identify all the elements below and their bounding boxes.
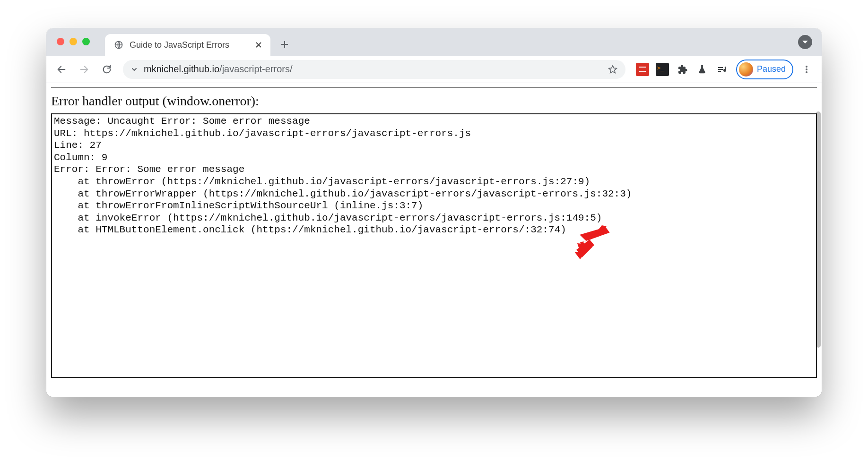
svg-point-2 [806,66,807,68]
url-text: mknichel.github.io/javascript-errors/ [144,64,293,75]
reload-button[interactable] [97,60,116,79]
svg-point-4 [806,71,807,73]
extension-icons [632,63,732,76]
tab-title: Guide to JavaScript Errors [130,40,229,50]
profile-paused-chip[interactable]: Paused [736,60,793,79]
site-info-button[interactable] [130,66,138,73]
page-viewport: Error handler output (window.onerror): M… [46,83,822,397]
svg-point-3 [806,68,807,70]
labs-flask-icon[interactable] [695,63,709,76]
media-control-icon[interactable] [715,63,729,76]
extensions-puzzle-icon[interactable] [676,63,689,76]
titlebar: Guide to JavaScript Errors [46,28,822,56]
horizontal-rule [51,87,817,88]
window-controls [57,38,90,45]
globe-icon [113,40,124,50]
url-path: /javascript-errors/ [219,64,292,74]
bookmark-star-button[interactable] [608,64,618,75]
forward-button[interactable] [75,60,94,79]
close-window-button[interactable] [57,38,64,45]
browser-window: Guide to JavaScript Errors mknichel.gith… [46,28,822,397]
vertical-scrollbar[interactable] [816,111,821,348]
browser-tab[interactable]: Guide to JavaScript Errors [105,34,270,56]
error-output-box: Message: Uncaught Error: Some error mess… [51,113,817,378]
toolbar: mknichel.github.io/javascript-errors/ Pa… [46,56,822,83]
close-tab-button[interactable] [253,40,264,50]
section-title: Error handler output (window.onerror): [51,94,817,109]
page-content: Error handler output (window.onerror): M… [46,83,822,397]
profile-status-label: Paused [757,64,786,74]
url-host: mknichel.github.io [144,64,219,74]
address-bar[interactable]: mknichel.github.io/javascript-errors/ [123,60,625,79]
back-button[interactable] [52,60,71,79]
maximize-window-button[interactable] [82,38,90,45]
tab-search-button[interactable] [798,35,812,49]
minimize-window-button[interactable] [69,38,77,45]
chrome-menu-button[interactable] [797,60,816,79]
new-tab-button[interactable] [275,35,294,54]
profile-avatar-icon [739,62,753,77]
extension-terminal-icon[interactable] [656,63,669,76]
extension-storage-icon[interactable] [636,63,649,76]
